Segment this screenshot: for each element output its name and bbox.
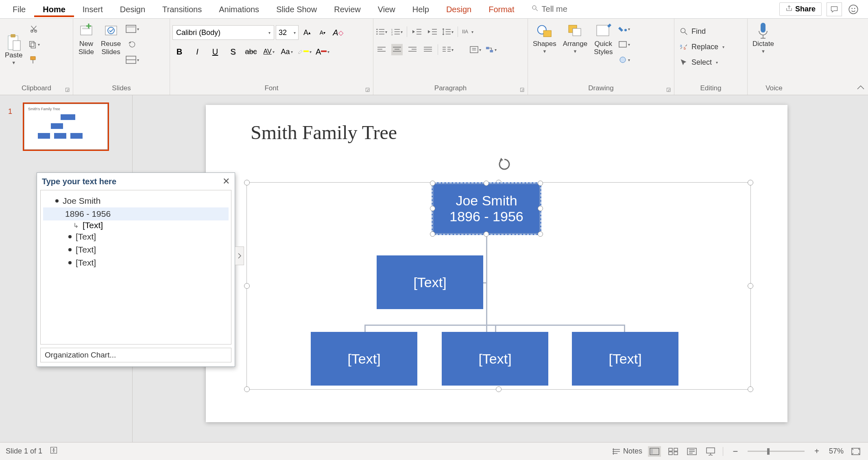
text-pane-footer[interactable]: Organization Chart... <box>40 348 231 362</box>
zoom-slider[interactable] <box>748 451 805 452</box>
align-text-button[interactable]: ▾ <box>470 44 481 55</box>
decrease-font-size-button[interactable]: A▾ <box>316 26 329 39</box>
text-pane-item[interactable]: Joe Smith <box>63 196 100 206</box>
convert-smartart-button[interactable]: ▾ <box>485 44 497 55</box>
dialog-launcher-icon[interactable]: ◲ <box>666 87 671 92</box>
quick-styles-button[interactable]: Quick Styles <box>591 21 615 58</box>
underline-button[interactable]: U <box>208 45 222 59</box>
decrease-indent-button[interactable] <box>411 26 423 37</box>
dictate-button[interactable]: Dictate▼ <box>750 21 776 55</box>
zoom-slider-thumb[interactable] <box>767 448 770 455</box>
notes-button[interactable]: Notes <box>612 447 642 456</box>
tab-file[interactable]: File <box>4 1 34 17</box>
resize-handle[interactable] <box>496 386 502 392</box>
dialog-launcher-icon[interactable]: ◲ <box>520 87 524 92</box>
change-case-button[interactable]: Aa▾ <box>280 45 294 59</box>
accessibility-checker-button[interactable] <box>50 446 58 456</box>
font-name-combo[interactable]: Calibri (Body)▾ <box>172 25 274 40</box>
zoom-in-button[interactable]: + <box>810 446 823 457</box>
shape-effects-button[interactable]: ▾ <box>617 54 631 66</box>
arrange-button[interactable]: Arrange▼ <box>560 21 590 55</box>
new-slide-button[interactable]: New Slide <box>76 21 97 58</box>
fit-to-window-button[interactable] <box>849 446 862 457</box>
resize-handle[interactable] <box>484 181 489 186</box>
highlight-color-button[interactable]: ▾ <box>298 45 312 59</box>
slideshow-view-button[interactable] <box>704 446 717 457</box>
select-button[interactable]: Select▾ <box>677 55 720 70</box>
font-color-button[interactable]: A▾ <box>316 45 329 59</box>
tab-help[interactable]: Help <box>404 1 438 17</box>
resize-handle[interactable] <box>748 283 753 289</box>
paste-button[interactable]: Paste ▼ <box>2 21 25 78</box>
find-button[interactable]: Find <box>677 24 708 39</box>
replace-button[interactable]: ab Replace▾ <box>677 39 727 55</box>
tab-transitions[interactable]: Transitions <box>154 1 210 17</box>
text-pane-toggle[interactable] <box>235 246 244 265</box>
text-pane-body[interactable]: Joe Smith 1896 - 1956 ↳[Text] [Text] [Te… <box>40 190 231 344</box>
collapse-ribbon-button[interactable] <box>857 85 865 92</box>
reading-view-button[interactable] <box>685 446 698 457</box>
line-spacing-button[interactable]: ▾ <box>442 26 454 37</box>
dialog-launcher-icon[interactable]: ◲ <box>65 87 70 92</box>
tab-insert[interactable]: Insert <box>74 1 111 17</box>
tab-animations[interactable]: Animations <box>210 1 268 17</box>
bullets-button[interactable]: ▾ <box>376 26 387 37</box>
resize-handle[interactable] <box>538 206 543 211</box>
tab-smartart-format[interactable]: Format <box>480 1 523 17</box>
char-spacing-button[interactable]: AV▾ <box>262 45 276 59</box>
slide-thumbnail-1[interactable]: Smith's Family Tree <box>23 102 109 151</box>
copy-button[interactable]: ▾ <box>26 38 41 50</box>
numbering-button[interactable]: 123▾ <box>391 26 403 37</box>
resize-handle[interactable] <box>430 181 435 186</box>
resize-handle[interactable] <box>484 231 489 237</box>
org-node-child-2[interactable]: [Text] <box>442 332 548 386</box>
reset-button[interactable] <box>125 38 140 50</box>
rotate-handle-icon[interactable] <box>498 158 511 171</box>
slide-title[interactable]: Smith Family Tree <box>251 121 397 144</box>
share-button[interactable]: Share <box>779 2 822 16</box>
resize-handle[interactable] <box>430 231 435 237</box>
shape-fill-button[interactable]: ▾ <box>617 23 631 35</box>
font-size-combo[interactable]: 32▾ <box>276 25 299 40</box>
org-node-assistant[interactable]: [Text] <box>377 255 483 309</box>
format-painter-button[interactable] <box>26 54 41 66</box>
tell-me-search[interactable]: Tell me <box>523 4 779 14</box>
org-node-child-3[interactable]: [Text] <box>572 332 678 386</box>
layout-button[interactable]: ▾ <box>125 23 140 35</box>
zoom-percent-label[interactable]: 57% <box>829 447 844 456</box>
shape-outline-button[interactable]: ▾ <box>617 38 631 50</box>
align-right-button[interactable] <box>407 44 418 55</box>
shadow-button[interactable]: S <box>226 45 240 59</box>
strikethrough-button[interactable]: abc <box>244 45 258 59</box>
text-direction-button[interactable]: IIA▾ <box>462 26 473 37</box>
text-pane-item[interactable]: [Text] <box>76 245 96 255</box>
columns-button[interactable]: ▾ <box>442 44 454 55</box>
justify-button[interactable] <box>422 44 434 55</box>
normal-view-button[interactable] <box>648 446 661 457</box>
reuse-slides-button[interactable]: Reuse Slides <box>98 21 123 58</box>
tab-slideshow[interactable]: Slide Show <box>268 1 325 17</box>
section-button[interactable]: ▾ <box>125 54 140 66</box>
resize-handle[interactable] <box>430 206 435 211</box>
resize-handle[interactable] <box>244 386 250 392</box>
text-pane-item[interactable]: [Text] <box>76 232 96 242</box>
zoom-out-button[interactable]: − <box>729 446 742 457</box>
cut-button[interactable] <box>26 23 41 35</box>
resize-handle[interactable] <box>538 231 543 237</box>
org-node-root[interactable]: Joe Smith 1896 - 1956 <box>432 182 541 235</box>
shapes-button[interactable]: Shapes▼ <box>530 21 559 55</box>
text-pane-item[interactable]: 1896 - 1956 <box>65 209 111 219</box>
dialog-launcher-icon[interactable]: ◲ <box>365 87 370 92</box>
align-center-button[interactable] <box>391 44 403 55</box>
resize-handle[interactable] <box>748 386 753 392</box>
resize-handle[interactable] <box>244 180 250 185</box>
feedback-smiley-button[interactable] <box>847 3 860 16</box>
increase-indent-button[interactable] <box>427 26 438 37</box>
slide-sorter-view-button[interactable] <box>667 446 680 457</box>
tab-view[interactable]: View <box>369 1 404 17</box>
text-pane-item[interactable]: [Text] <box>83 220 103 230</box>
slide-canvas-area[interactable]: Smith Family Tree Joe S <box>133 95 868 442</box>
comments-button[interactable] <box>827 2 842 16</box>
tab-design[interactable]: Design <box>111 1 154 17</box>
tab-home[interactable]: Home <box>34 1 74 17</box>
